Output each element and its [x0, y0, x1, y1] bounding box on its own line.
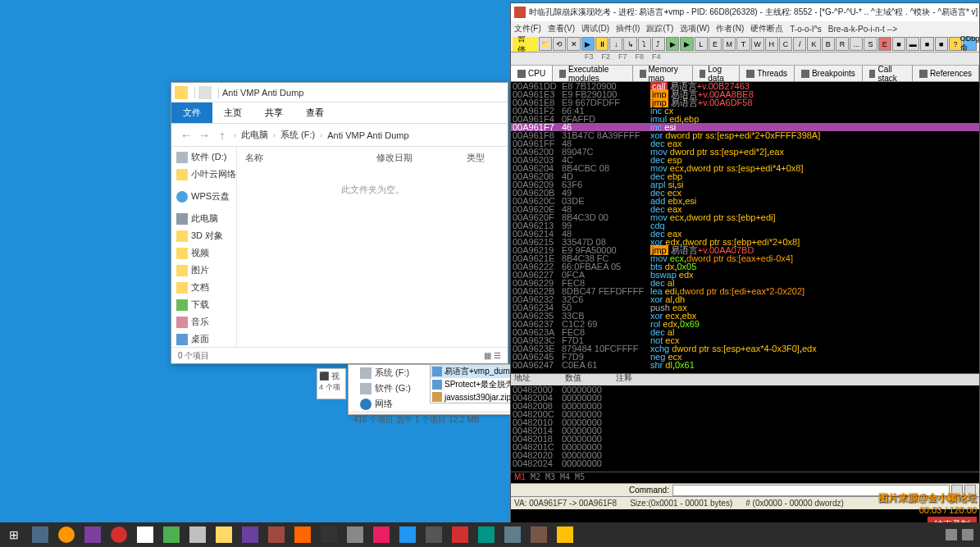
menu-hwbp[interactable]: 硬件断点: [750, 23, 783, 34]
task-item[interactable]: [133, 523, 157, 546]
tb-icon[interactable]: H: [765, 37, 778, 51]
ribbon-tab-home[interactable]: 主页: [212, 103, 253, 123]
view-icons[interactable]: ▦ ☰: [484, 351, 501, 360]
task-item[interactable]: [185, 523, 210, 546]
ribbon-tab-share[interactable]: 共享: [253, 103, 294, 123]
tb-close-icon[interactable]: ✕: [567, 37, 580, 51]
sidebar-item[interactable]: 软件 (D:): [171, 148, 236, 166]
tb-icon[interactable]: E: [878, 37, 891, 51]
tb-icon[interactable]: ■: [920, 37, 933, 51]
tb-pause-icon[interactable]: ⏸: [595, 37, 609, 51]
tab-log[interactable]: Log data: [693, 66, 741, 81]
tb-icon[interactable]: B: [822, 37, 835, 51]
nav-up-icon[interactable]: ↑: [214, 127, 230, 144]
tray-icon[interactable]: [946, 529, 957, 540]
tab-bp[interactable]: Breakpoints: [795, 66, 863, 81]
task-item[interactable]: [526, 523, 551, 546]
tray-icon[interactable]: [962, 529, 973, 540]
sidebar-item-down[interactable]: 下载: [171, 296, 236, 313]
tb-icon[interactable]: W: [751, 37, 764, 51]
tb-step-icon[interactable]: ↳: [623, 37, 636, 51]
crumb-folder[interactable]: Anti VMP Anti Dump: [327, 130, 408, 140]
task-item[interactable]: [28, 523, 52, 546]
menu-debug[interactable]: 调试(D): [581, 23, 609, 34]
task-item[interactable]: [474, 523, 499, 546]
task-item[interactable]: [290, 523, 315, 546]
column-headers[interactable]: 名称 修改日期 类型: [245, 152, 499, 167]
sidebar-item-pc[interactable]: 此电脑: [171, 210, 236, 227]
disasm-row[interactable]: 00A9620963F6arpl si,si: [511, 180, 979, 189]
file-item[interactable]: javassist390jar.zip: [431, 391, 511, 403]
task-item[interactable]: [448, 523, 472, 546]
sidebar-item-3d[interactable]: 3D 对象: [171, 227, 236, 244]
tb-trace-icon[interactable]: ▶: [666, 37, 679, 51]
tb-step-icon[interactable]: ⤴: [652, 37, 665, 51]
tb-icon[interactable]: E: [709, 37, 722, 51]
crumb-pc[interactable]: 此电脑: [241, 129, 268, 141]
task-item[interactable]: [159, 523, 184, 546]
disasm-row[interactable]: 00A9621399cdq: [511, 221, 979, 230]
tab-stack[interactable]: Call stack: [863, 66, 913, 81]
tb-icon[interactable]: L: [695, 37, 708, 51]
sidebar-item-desktop[interactable]: 桌面: [171, 330, 236, 347]
crumb-drive[interactable]: 系统 (F:): [280, 129, 315, 141]
tab-modules[interactable]: Executable modules: [553, 66, 633, 81]
menu-plugins[interactable]: 插件(I): [616, 23, 640, 34]
disasm-row[interactable]: 00A9620089047Cmov dword ptr ss:[esp+edi*…: [511, 148, 979, 156]
task-item[interactable]: [107, 523, 131, 546]
menu-options[interactable]: 选项(W): [680, 23, 709, 34]
menu-bp[interactable]: Bre-a-k-Po-i-n-t -->: [828, 25, 897, 34]
disasm-row[interactable]: 00A9620C03DEadd ebx,esi: [511, 197, 979, 205]
task-item[interactable]: [212, 523, 236, 546]
dump-row[interactable]: 0048202400000000: [511, 459, 979, 467]
sidebar-item-images[interactable]: 图片: [171, 262, 236, 279]
start-button[interactable]: ⊞: [2, 523, 26, 546]
tb-step-icon[interactable]: ↓: [609, 37, 622, 51]
task-item[interactable]: [395, 523, 420, 546]
disasm-row[interactable]: 00A9620F8B4C3D 00mov ecx,dword ptr ss:[e…: [511, 213, 979, 221]
tb-icon[interactable]: K: [807, 37, 820, 51]
tb-restart-icon[interactable]: ⟲: [553, 37, 566, 51]
system-tray[interactable]: [941, 529, 978, 540]
ribbon-tab-view[interactable]: 查看: [294, 103, 335, 123]
disasm-row[interactable]: 00A96247C0EA 61shr dl,0x61: [511, 361, 979, 369]
tb-icon[interactable]: ...: [850, 37, 863, 51]
tab-cpu[interactable]: CPU: [511, 66, 553, 81]
tb-icon[interactable]: ▬: [906, 37, 919, 51]
tb-icon[interactable]: R: [836, 37, 849, 51]
debugger-titlebar[interactable]: 时临孔隙崩床溪现吃考 - 进程: 易语言+vmp - PID: 66D8(263…: [511, 3, 979, 21]
tb-trace-icon[interactable]: ▶: [680, 37, 693, 51]
nav-back-icon[interactable]: ←: [178, 127, 194, 144]
ribbon-tab-file[interactable]: 文件: [171, 103, 212, 123]
dump-pane[interactable]: 地址数值注释 004820000000000000482004000000000…: [511, 373, 979, 472]
disasm-row[interactable]: 00A961F40FAFFDimul edi,ebp: [511, 115, 979, 123]
tb-icon[interactable]: /: [793, 37, 806, 51]
file-item[interactable]: 易语言+vmp_dump33: [431, 365, 511, 378]
tb-run-icon[interactable]: ▶: [581, 37, 595, 51]
sidebar-item[interactable]: 小叶云网络验证: [171, 166, 236, 183]
task-item[interactable]: [500, 523, 525, 546]
ollydbg-button[interactable]: ODbg命: [963, 37, 977, 51]
tb-icon[interactable]: T: [736, 37, 750, 51]
disasm-row[interactable]: 00A962048B4CBC 08mov ecx,dword ptr ss:[e…: [511, 164, 979, 172]
disassembly-pane[interactable]: 00A961DDE8 7B120900call 易语言+v.00B2746300…: [511, 82, 979, 373]
task-item[interactable]: [553, 523, 577, 546]
tb-icon[interactable]: S: [864, 37, 877, 51]
file-item[interactable]: 寻宝修客户端释放 #20...: [431, 403, 511, 403]
tb-icon[interactable]: ■: [935, 37, 948, 51]
tb-icon[interactable]: M: [722, 37, 736, 51]
tb-icon[interactable]: ■: [892, 37, 905, 51]
task-item[interactable]: [343, 523, 367, 546]
file-item[interactable]: SProtect+最全脱壳教程: [431, 378, 511, 391]
task-item[interactable]: [317, 523, 341, 546]
pause-button[interactable]: 暂停: [513, 37, 538, 52]
menu-tools[interactable]: T-o-o-l^s: [790, 25, 822, 34]
sidebar-item-docs[interactable]: 文档: [171, 279, 236, 296]
sidebar-item-video[interactable]: 视频: [171, 244, 236, 262]
tb-step-icon[interactable]: ⤵: [638, 37, 651, 51]
disasm-row[interactable]: 00A9623232C6xor al,dh: [511, 295, 979, 303]
task-item[interactable]: [54, 523, 79, 546]
menu-trace[interactable]: 跟踪(T): [646, 23, 673, 34]
tb-open-icon[interactable]: 📁: [539, 37, 552, 51]
task-item[interactable]: [238, 523, 262, 546]
